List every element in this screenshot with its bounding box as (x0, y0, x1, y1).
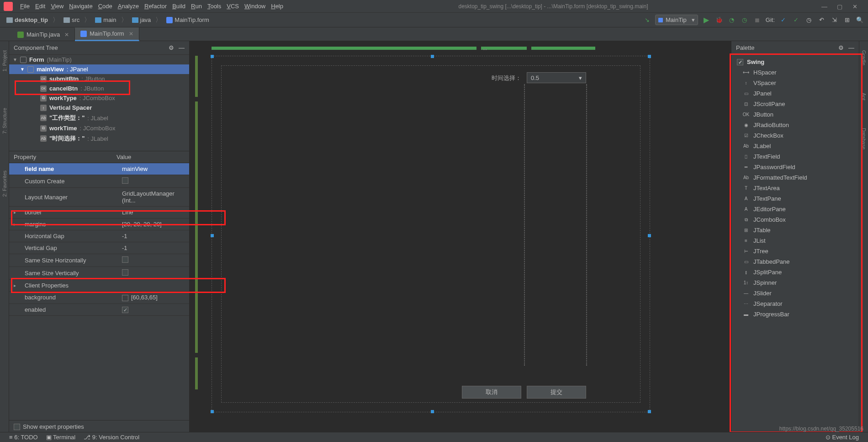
palette-item-jtabbedpane[interactable]: ▭JTabbedPane (731, 256, 859, 267)
debug-icon[interactable]: 🐞 (715, 16, 724, 25)
resize-handle-icon[interactable]: ↔ (482, 46, 488, 53)
palette-item-jeditorpane[interactable]: AJEditorPane (731, 204, 859, 214)
breadcrumb-item[interactable]: main (92, 16, 119, 24)
menu-code[interactable]: Code (96, 2, 114, 11)
menu-window[interactable]: Window (243, 2, 267, 11)
palette-item-jpanel[interactable]: ▭JPanel (731, 88, 859, 99)
menu-navigate[interactable]: Navigate (67, 2, 94, 11)
tree-node[interactable]: ▼mainView : JPanel (9, 64, 189, 74)
selection-handle[interactable] (431, 55, 434, 58)
checkbox-icon[interactable] (122, 307, 128, 313)
menu-view[interactable]: View (49, 2, 65, 11)
maximize-icon[interactable]: ▢ (837, 3, 843, 10)
palette-item-jtextfield[interactable]: ⌷JTextField (731, 151, 859, 162)
git-update-icon[interactable]: ✓ (778, 16, 788, 25)
bottom-tool-terminal[interactable]: ▣ Terminal (46, 434, 76, 441)
tool-window-gradle[interactable]: Gradle (861, 50, 867, 65)
property-row[interactable]: ▸Client Properties (9, 280, 189, 292)
selection-handle[interactable] (211, 410, 214, 413)
property-row[interactable]: Same Size Vertically (9, 267, 189, 280)
tree-node[interactable]: ▼Form (MainTip) (9, 55, 189, 64)
selection-handle[interactable] (648, 410, 651, 413)
menu-tools[interactable]: Tools (206, 2, 223, 11)
time-combobox[interactable]: 0.5 ▾ (527, 72, 586, 83)
palette-item-jformattedtextfield[interactable]: AbJFormattedTextField (731, 172, 859, 183)
tab-maintip-form[interactable]: MainTip.form✕ (75, 27, 139, 41)
tool-window-database[interactable]: Database (861, 128, 867, 149)
breadcrumb-item[interactable]: java (129, 16, 154, 24)
property-row[interactable]: Same Size Horizontally (9, 254, 189, 267)
minimize-icon[interactable]: — (821, 3, 828, 10)
close-tab-icon[interactable]: ✕ (64, 32, 69, 38)
tool-window-structure[interactable]: 7: Structure (2, 108, 7, 134)
submit-button[interactable]: 提交 (527, 386, 586, 399)
menu-run[interactable]: Run (189, 2, 204, 11)
stop-icon[interactable]: ◼ (753, 16, 762, 25)
tool-window-project[interactable]: 1: Project (2, 50, 7, 71)
git-commit-icon[interactable]: ✓ (791, 16, 800, 25)
hammer-icon[interactable]: ↘ (642, 16, 651, 25)
selection-handle[interactable] (211, 55, 214, 58)
selection-handle[interactable] (211, 234, 214, 237)
property-row[interactable]: enabled (9, 304, 189, 316)
palette-item-hspacer[interactable]: ⟷HSpacer (731, 67, 859, 78)
palette-item-jcheckbox[interactable]: ☑JCheckBox (731, 130, 859, 141)
menu-help[interactable]: Help (269, 2, 285, 11)
palette-item-jscrollpane[interactable]: ⊡JScrollPane (731, 99, 859, 109)
palette-item-jtree[interactable]: ⊢JTree (731, 246, 859, 256)
breadcrumb-item[interactable]: desktop_tip (4, 16, 51, 24)
palette-item-jspinner[interactable]: 1↕JSpinner (731, 277, 859, 288)
selection-handle[interactable] (648, 234, 651, 237)
form-canvas[interactable]: 时间选择： 0.5 ▾ 取消 提交 (212, 56, 650, 412)
palette-group-swing[interactable]: Swing (731, 57, 859, 67)
run-icon[interactable]: ▶ (702, 16, 711, 25)
breadcrumb-item[interactable]: src (61, 16, 82, 24)
menu-file[interactable]: File (18, 2, 32, 11)
checkbox-icon[interactable] (122, 177, 128, 184)
property-row[interactable]: background[60,63,65] (9, 292, 189, 304)
tree-node[interactable]: OKcancelBtn : JButton (9, 84, 189, 93)
selection-handle[interactable] (431, 410, 434, 413)
selection-handle[interactable] (648, 55, 651, 58)
property-row[interactable]: field namemainView (9, 163, 189, 175)
tool-window-ant[interactable]: Ant (861, 93, 867, 101)
checkbox-icon[interactable] (122, 269, 128, 276)
main-view-panel[interactable]: 时间选择： 0.5 ▾ 取消 提交 (221, 65, 640, 403)
ide-structure-icon[interactable]: ⊞ (842, 16, 852, 25)
git-revert-icon[interactable]: ↶ (817, 16, 826, 25)
menu-analyze[interactable]: Analyze (116, 2, 141, 11)
search-icon[interactable]: 🔍 (855, 16, 864, 25)
coverage-icon[interactable]: ◔ (727, 16, 736, 25)
run-configuration-selector[interactable]: MainTip (655, 15, 698, 25)
show-expert-checkbox[interactable]: Show expert properties (9, 420, 189, 433)
palette-item-jtable[interactable]: ⊞JTable (731, 225, 859, 235)
palette-item-jseparator[interactable]: ⋯JSeparator (731, 298, 859, 309)
hide-icon[interactable]: — (179, 44, 185, 51)
tool-window-favorites[interactable]: 2: Favorites (2, 170, 7, 197)
tree-node[interactable]: Ab"时间选择：" : JLabel (9, 133, 189, 144)
menu-vcs[interactable]: VCS (225, 2, 241, 11)
close-tab-icon[interactable]: ✕ (129, 31, 133, 37)
property-row[interactable]: ▸borderLine (9, 207, 189, 218)
palette-item-jbutton[interactable]: OKJButton (731, 109, 859, 120)
property-row[interactable]: Vertical Gap-1 (9, 242, 189, 254)
property-row[interactable]: Horizontal Gap-1 (9, 230, 189, 242)
event-log-button[interactable]: ⊙ Event Log (826, 434, 859, 441)
menu-build[interactable]: Build (170, 2, 187, 11)
bottom-tool-todo[interactable]: ≡ 6: TODO (9, 434, 38, 441)
checkbox-icon[interactable] (122, 256, 128, 263)
palette-item-jradiobutton[interactable]: ◉JRadioButton (731, 120, 859, 130)
tree-node[interactable]: Ab"工作类型：" : JLabel (9, 112, 189, 123)
property-row[interactable]: ▸margins[20, 20, 20, 20] (9, 218, 189, 230)
palette-item-jtextpane[interactable]: AJTextPane (731, 193, 859, 204)
git-history-icon[interactable]: ◷ (804, 16, 813, 25)
palette-item-vspacer[interactable]: ↕VSpacer (731, 78, 859, 88)
property-row[interactable]: Custom Create (9, 175, 189, 188)
tab-maintip-java[interactable]: MainTip.java✕ (12, 28, 75, 41)
tree-node[interactable]: ⧉workTime : JComboBox (9, 123, 189, 133)
palette-item-jlist[interactable]: ≡JList (731, 235, 859, 246)
form-designer[interactable]: ↔ 时间选择： 0.5 ▾ 取消 提交 (190, 41, 731, 433)
gear-icon[interactable]: ⚙ (838, 44, 844, 51)
tree-node[interactable]: ↕Vertical Spacer (9, 103, 189, 112)
cancel-button[interactable]: 取消 (462, 386, 521, 399)
